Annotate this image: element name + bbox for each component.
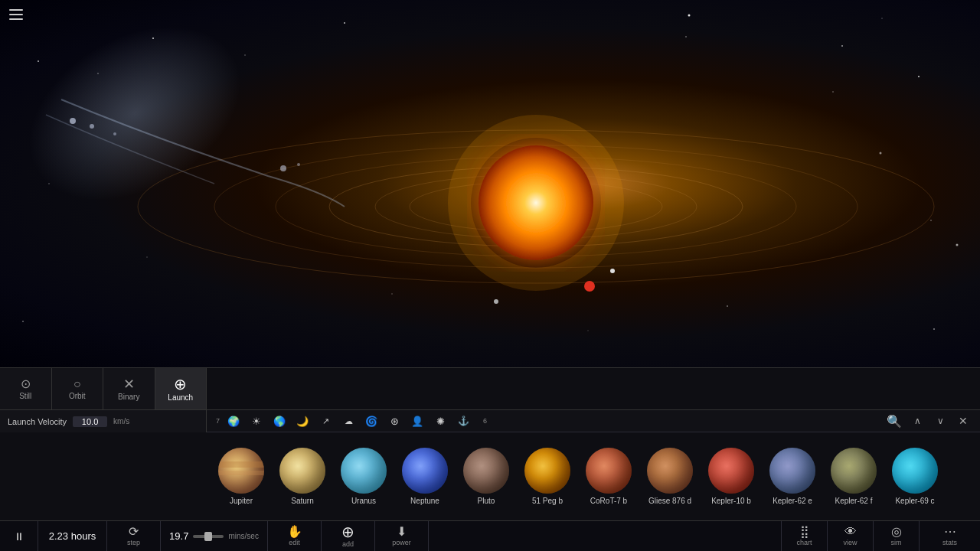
planet-item-kepler62e[interactable]: Kepler-62 e bbox=[762, 445, 823, 508]
filter-earth-btn[interactable]: 🌎 bbox=[269, 410, 290, 432]
speed-unit: mins/sec bbox=[228, 532, 258, 540]
planet-circle-corot7b bbox=[586, 448, 632, 494]
ham-line-2 bbox=[9, 14, 23, 15]
planet-item-51pegb[interactable]: 51 Peg b bbox=[517, 445, 578, 508]
edit-button[interactable]: ✋ edit bbox=[268, 521, 322, 552]
planet-name-kepler69c: Kepler-69 c bbox=[895, 497, 934, 505]
close-filter-button[interactable]: ✕ bbox=[952, 410, 974, 432]
svg-point-20 bbox=[918, 76, 920, 77]
filter-starring-btn[interactable]: ✺ bbox=[430, 410, 451, 432]
planet-item-neptune[interactable]: Neptune bbox=[394, 445, 456, 508]
view-button[interactable]: 👁 view bbox=[827, 521, 873, 552]
launch-velocity-value[interactable]: 10.0 bbox=[73, 416, 107, 427]
time-value: 2.23 hours bbox=[49, 530, 96, 542]
chart-button[interactable]: ⣿ chart bbox=[781, 521, 827, 552]
planet-name-jupiter: Jupiter bbox=[230, 497, 253, 505]
planet-name-neptune: Neptune bbox=[410, 497, 439, 505]
edit-icon: ✋ bbox=[287, 526, 302, 538]
launch-velocity-bar: Launch Velocity 10.0 km/s bbox=[0, 409, 207, 432]
svg-point-13 bbox=[113, 132, 116, 135]
svg-point-16 bbox=[152, 37, 154, 39]
view-label: view bbox=[843, 539, 857, 546]
hamburger-menu[interactable] bbox=[9, 9, 23, 20]
planet-item-jupiter[interactable]: Jupiter bbox=[211, 445, 272, 508]
planet-name-saturn: Saturn bbox=[291, 497, 313, 505]
svg-point-8 bbox=[584, 281, 595, 292]
planet-name-gliese876d: Gliese 876 d bbox=[648, 497, 691, 505]
launch-icon: ⊕ bbox=[174, 377, 187, 392]
planet-name-uranus: Uranus bbox=[351, 497, 376, 505]
filter-comet-btn[interactable]: ↗ bbox=[315, 410, 336, 432]
planet-circle-gliese876d bbox=[647, 448, 693, 494]
filter-count-7: 7 bbox=[213, 417, 220, 425]
mode-launch-label: Launch bbox=[168, 393, 193, 402]
scroll-up-button[interactable]: ∧ bbox=[906, 410, 928, 432]
filter-cloud-btn[interactable]: ☁ bbox=[338, 410, 359, 432]
speed-slider[interactable] bbox=[193, 535, 224, 538]
mode-binary-button[interactable]: ✕ Binary bbox=[103, 368, 155, 409]
still-icon: ⊙ bbox=[21, 378, 31, 390]
planet-circle-kepler69c bbox=[892, 448, 938, 494]
mode-selector: ⊙ Still ○ Orbit ✕ Binary ⊕ Launch bbox=[0, 367, 207, 409]
planet-item-kepler69c[interactable]: Kepler-69 c bbox=[884, 445, 946, 508]
add-label: add bbox=[342, 540, 354, 548]
planet-item-gliese876d[interactable]: Gliese 876 d bbox=[639, 445, 701, 508]
planet-item-corot7b[interactable]: CoRoT-7 b bbox=[578, 445, 639, 508]
sim-label: sim bbox=[891, 539, 902, 546]
planet-circle-uranus bbox=[341, 448, 387, 494]
planet-circle-jupiter bbox=[218, 448, 264, 494]
filter-anchor-btn[interactable]: ⚓ bbox=[452, 410, 474, 432]
view-icon: 👁 bbox=[844, 526, 857, 538]
filter-sun-btn[interactable]: ☀ bbox=[246, 410, 267, 432]
mode-orbit-button[interactable]: ○ Orbit bbox=[52, 368, 104, 409]
mode-binary-label: Binary bbox=[118, 393, 139, 401]
planet-name-51pegb: 51 Peg b bbox=[532, 497, 563, 505]
power-label: power bbox=[392, 539, 411, 546]
ham-line-1 bbox=[9, 9, 23, 11]
filter-atom-btn[interactable]: ⊛ bbox=[384, 410, 405, 432]
stats-button[interactable]: ⋯ stats bbox=[919, 521, 980, 552]
bottom-panel: ⊙ Still ○ Orbit ✕ Binary ⊕ Launch Launch… bbox=[0, 367, 980, 551]
svg-point-10 bbox=[610, 269, 615, 273]
planet-item-saturn[interactable]: Saturn bbox=[272, 445, 333, 508]
planet-item-kepler62f[interactable]: Kepler-62 f bbox=[823, 445, 884, 508]
add-button[interactable]: ⊕ add bbox=[322, 521, 375, 552]
mode-still-button[interactable]: ⊙ Still bbox=[0, 368, 52, 409]
space-background bbox=[0, 0, 980, 367]
planet-item-kepler10b[interactable]: Kepler-10 b bbox=[701, 445, 762, 508]
step-icon: ⟳ bbox=[129, 526, 139, 538]
planet-name-kepler62e: Kepler-62 e bbox=[773, 497, 812, 505]
pause-button[interactable]: ⏸ bbox=[0, 521, 38, 552]
step-button[interactable]: ⟳ step bbox=[107, 521, 161, 552]
filter-person-btn[interactable]: 👤 bbox=[407, 410, 428, 432]
ham-line-3 bbox=[9, 18, 23, 20]
svg-point-18 bbox=[688, 15, 691, 17]
planet-circle-51pegb bbox=[524, 448, 570, 494]
svg-point-21 bbox=[880, 152, 882, 155]
mode-launch-button[interactable]: ⊕ Launch bbox=[155, 368, 207, 409]
planet-item-pluto[interactable]: Pluto bbox=[456, 445, 517, 508]
planet-circle-kepler62f bbox=[831, 448, 877, 494]
svg-point-17 bbox=[344, 22, 345, 24]
toolbar-right: ⣿ chart 👁 view ◎ sim ⋯ stats bbox=[781, 521, 980, 552]
sim-button[interactable]: ◎ sim bbox=[873, 521, 919, 552]
planet-name-kepler10b: Kepler-10 b bbox=[711, 497, 751, 505]
scroll-down-button[interactable]: ∨ bbox=[929, 410, 951, 432]
search-button[interactable]: 🔍 bbox=[884, 410, 905, 432]
planet-name-kepler62f: Kepler-62 f bbox=[835, 497, 873, 505]
launch-velocity-unit: km/s bbox=[113, 417, 129, 425]
planet-circle-saturn bbox=[279, 448, 325, 494]
svg-point-12 bbox=[90, 124, 94, 129]
filter-moon-btn[interactable]: 🌙 bbox=[292, 410, 313, 432]
filter-spiral-btn[interactable]: 🌀 bbox=[361, 410, 382, 432]
speed-value: 19.7 bbox=[169, 530, 188, 542]
svg-point-15 bbox=[297, 163, 300, 166]
planet-item-uranus[interactable]: Uranus bbox=[333, 445, 394, 508]
mode-still-label: Still bbox=[19, 392, 31, 400]
power-button[interactable]: ⬇ power bbox=[375, 521, 429, 552]
filter-planet-btn[interactable]: 🌍 bbox=[223, 410, 244, 432]
svg-point-25 bbox=[933, 328, 935, 330]
mode-orbit-label: Orbit bbox=[69, 392, 86, 400]
speed-control[interactable]: 19.7 mins/sec bbox=[161, 521, 268, 552]
filter-count-6: 6 bbox=[480, 417, 487, 425]
